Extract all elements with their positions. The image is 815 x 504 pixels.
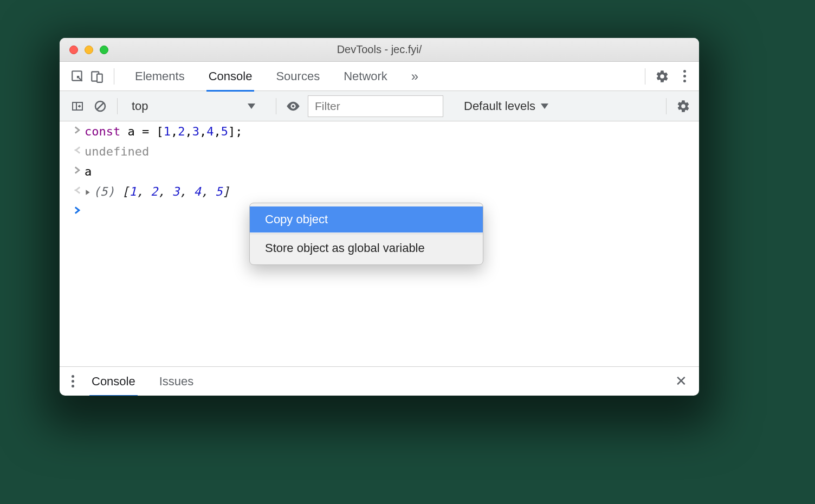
drawer-more-icon[interactable] (66, 375, 80, 387)
output-chevron-icon (70, 145, 85, 154)
drawer-tabbar: Console Issues ✕ (60, 366, 699, 396)
window-title: DevTools - jec.fyi/ (60, 43, 699, 56)
svg-point-7 (74, 190, 76, 191)
divider (114, 68, 114, 85)
divider (276, 98, 276, 114)
console-sidebar-toggle-icon[interactable] (69, 98, 86, 114)
execution-context-label: top (132, 99, 148, 113)
console-line-content: undefined (85, 145, 149, 158)
console-line-content: (5) [1, 2, 3, 4, 5] (85, 185, 230, 198)
inspect-element-icon[interactable] (69, 68, 86, 85)
context-menu-separator (250, 234, 483, 234)
console-line-content: a (85, 165, 92, 178)
clear-console-icon[interactable] (92, 98, 108, 114)
expand-object-icon[interactable] (85, 189, 91, 196)
console-row[interactable]: undefined (60, 141, 699, 161)
console-toolbar: top Default levels (60, 91, 699, 121)
filter-input[interactable] (308, 95, 443, 117)
console-settings-gear-icon[interactable] (675, 98, 691, 114)
console-row[interactable]: const a = [1,2,3,4,5]; (60, 121, 699, 141)
chevron-down-icon (541, 104, 548, 109)
prompt-chevron-icon (70, 205, 85, 214)
context-menu: Copy object Store object as global varia… (249, 203, 483, 265)
close-drawer-icon[interactable]: ✕ (671, 373, 691, 390)
drawer-tab-issues[interactable]: Issues (147, 367, 206, 396)
execution-context-selector[interactable]: top (126, 95, 267, 117)
svg-point-5 (292, 105, 295, 107)
tab-network[interactable]: Network (332, 62, 399, 91)
console-row[interactable]: (5) [1, 2, 3, 4, 5] (60, 182, 699, 202)
input-chevron-icon (70, 165, 85, 174)
tabs-overflow-icon[interactable]: » (403, 69, 427, 84)
divider (645, 68, 645, 85)
titlebar: DevTools - jec.fyi/ (60, 38, 699, 62)
output-chevron-icon (70, 185, 85, 194)
context-menu-item-store-global[interactable]: Store object as global variable (250, 235, 483, 261)
context-menu-item-copy-object[interactable]: Copy object (250, 206, 483, 232)
log-levels-selector[interactable]: Default levels (460, 99, 553, 113)
tab-sources[interactable]: Sources (264, 62, 332, 91)
devtools-window: DevTools - jec.fyi/ Elements Console Sou… (60, 38, 699, 396)
divider (666, 98, 667, 114)
log-levels-label: Default levels (464, 99, 535, 113)
svg-rect-2 (97, 74, 102, 82)
tab-console[interactable]: Console (197, 62, 264, 91)
more-menu-icon[interactable] (678, 70, 691, 82)
console-row[interactable]: a (60, 161, 699, 182)
divider (117, 98, 118, 114)
main-tabbar: Elements Console Sources Network » (60, 62, 699, 91)
console-log-area[interactable]: const a = [1,2,3,4,5];undefineda(5) [1, … (60, 121, 699, 366)
console-line-content: const a = [1,2,3,4,5]; (85, 125, 242, 138)
chevron-down-icon (248, 104, 255, 109)
settings-gear-icon[interactable] (654, 68, 670, 85)
live-expression-eye-icon[interactable] (285, 98, 301, 114)
drawer-tab-console[interactable]: Console (80, 367, 147, 396)
svg-point-6 (74, 150, 76, 151)
input-chevron-icon (70, 125, 85, 134)
tab-elements[interactable]: Elements (123, 62, 197, 91)
device-toolbar-icon[interactable] (89, 68, 105, 85)
panel-tabs: Elements Console Sources Network (123, 62, 399, 91)
